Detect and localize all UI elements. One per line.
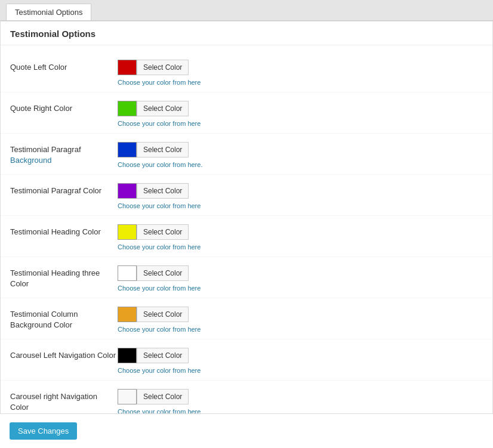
helper-text-testimonial-paragraf-color: Choose your color from here bbox=[118, 202, 201, 209]
option-row-testimonial-heading-three-color: Testimonial Heading three ColorSelect Co… bbox=[1, 257, 492, 298]
option-row-quote-left-color: Quote Left ColorSelect ColorChoose your … bbox=[1, 51, 492, 92]
main-panel: Testimonial Options Quote Left ColorSele… bbox=[0, 21, 493, 448]
helper-text-testimonial-heading-three-color: Choose your color from here bbox=[118, 285, 201, 292]
option-row-testimonial-paragraf-color: Testimonial Paragraf ColorSelect ColorCh… bbox=[1, 175, 492, 216]
option-control-testimonial-column-background-color: Select ColorChoose your color from here bbox=[118, 307, 201, 333]
option-control-carousel-right-navigation-color: Select ColorChoose your color from here bbox=[118, 389, 201, 415]
helper-text-testimonial-heading-color: Choose your color from here bbox=[118, 243, 201, 251]
footer-bar: Save Changes bbox=[0, 413, 493, 448]
save-changes-button[interactable]: Save Changes bbox=[10, 422, 77, 440]
option-control-quote-right-color: Select ColorChoose your color from here bbox=[118, 101, 201, 127]
option-row-testimonial-column-background-color: Testimonial Column Background ColorSelec… bbox=[1, 298, 492, 339]
option-label-testimonial-paragraf-background: Testimonial Paragraf Background bbox=[10, 142, 118, 166]
option-label-carousel-left-navigation-color: Carousel Left Navigation Color bbox=[10, 348, 118, 361]
color-swatch-testimonial-column-background-color bbox=[118, 307, 137, 322]
color-swatch-carousel-left-navigation-color bbox=[118, 348, 137, 363]
option-label-testimonial-heading-three-color: Testimonial Heading three Color bbox=[10, 265, 118, 289]
color-swatch-testimonial-paragraf-color bbox=[118, 183, 137, 199]
select-color-button-quote-right-color[interactable]: Select Color bbox=[137, 101, 189, 116]
select-color-button-testimonial-heading-color[interactable]: Select Color bbox=[137, 224, 189, 240]
color-swatch-quote-right-color bbox=[118, 101, 137, 116]
select-color-button-carousel-left-navigation-color[interactable]: Select Color bbox=[137, 348, 189, 363]
color-row-testimonial-paragraf-background: Select Color bbox=[118, 142, 202, 157]
option-control-testimonial-paragraf-background: Select ColorChoose your color from here. bbox=[118, 142, 202, 168]
option-label-carousel-right-navigation-color: Carousel right Navigation Color bbox=[10, 389, 118, 413]
option-label-testimonial-heading-color: Testimonial Heading Color bbox=[10, 224, 118, 237]
helper-text-testimonial-column-background-color: Choose your color from here bbox=[118, 326, 201, 333]
select-color-button-testimonial-paragraf-background[interactable]: Select Color bbox=[137, 142, 189, 157]
page-wrapper: Testimonial Options Testimonial Options … bbox=[0, 0, 493, 448]
color-row-testimonial-heading-color: Select Color bbox=[118, 224, 201, 240]
option-row-quote-right-color: Quote Right ColorSelect ColorChoose your… bbox=[1, 92, 492, 134]
select-color-button-testimonial-heading-three-color[interactable]: Select Color bbox=[137, 265, 189, 281]
color-row-carousel-right-navigation-color: Select Color bbox=[118, 389, 201, 404]
color-row-testimonial-column-background-color: Select Color bbox=[118, 307, 201, 322]
option-label-testimonial-column-background-color: Testimonial Column Background Color bbox=[10, 307, 118, 330]
select-color-button-testimonial-column-background-color[interactable]: Select Color bbox=[137, 307, 189, 322]
color-swatch-testimonial-heading-color bbox=[118, 224, 137, 240]
option-control-testimonial-heading-color: Select ColorChoose your color from here bbox=[118, 224, 201, 251]
select-color-button-quote-left-color[interactable]: Select Color bbox=[137, 60, 189, 75]
color-row-quote-left-color: Select Color bbox=[118, 60, 201, 75]
helper-text-testimonial-paragraf-background: Choose your color from here. bbox=[118, 161, 202, 168]
option-control-carousel-left-navigation-color: Select ColorChoose your color from here bbox=[118, 348, 201, 374]
option-row-testimonial-heading-color: Testimonial Heading ColorSelect ColorCho… bbox=[1, 216, 492, 257]
tab-bar: Testimonial Options bbox=[0, 0, 493, 21]
helper-text-carousel-left-navigation-color: Choose your color from here bbox=[118, 367, 201, 374]
panel-header: Testimonial Options bbox=[1, 21, 492, 45]
tab-testimonial-options[interactable]: Testimonial Options bbox=[6, 4, 91, 20]
option-label-quote-right-color: Quote Right Color bbox=[10, 101, 118, 114]
option-label-quote-left-color: Quote Left Color bbox=[10, 60, 118, 73]
helper-text-quote-right-color: Choose your color from here bbox=[118, 120, 201, 127]
select-color-button-testimonial-paragraf-color[interactable]: Select Color bbox=[137, 183, 189, 199]
color-row-testimonial-paragraf-color: Select Color bbox=[118, 183, 201, 199]
option-control-testimonial-paragraf-color: Select ColorChoose your color from here bbox=[118, 183, 201, 209]
helper-text-quote-left-color: Choose your color from here bbox=[118, 79, 201, 86]
option-control-testimonial-heading-three-color: Select ColorChoose your color from here bbox=[118, 265, 201, 292]
color-row-testimonial-heading-three-color: Select Color bbox=[118, 265, 201, 281]
option-row-carousel-left-navigation-color: Carousel Left Navigation ColorSelect Col… bbox=[1, 339, 492, 381]
select-color-button-carousel-right-navigation-color[interactable]: Select Color bbox=[137, 389, 189, 404]
option-row-testimonial-paragraf-background: Testimonial Paragraf BackgroundSelect Co… bbox=[1, 134, 492, 175]
color-row-carousel-left-navigation-color: Select Color bbox=[118, 348, 201, 363]
option-label-testimonial-paragraf-color: Testimonial Paragraf Color bbox=[10, 183, 118, 196]
color-swatch-testimonial-heading-three-color bbox=[118, 265, 137, 281]
color-swatch-testimonial-paragraf-background bbox=[118, 142, 137, 157]
option-control-quote-left-color: Select ColorChoose your color from here bbox=[118, 60, 201, 86]
options-body: Quote Left ColorSelect ColorChoose your … bbox=[1, 45, 492, 448]
color-swatch-carousel-right-navigation-color bbox=[118, 389, 137, 404]
color-swatch-quote-left-color bbox=[118, 60, 137, 75]
color-row-quote-right-color: Select Color bbox=[118, 101, 201, 116]
